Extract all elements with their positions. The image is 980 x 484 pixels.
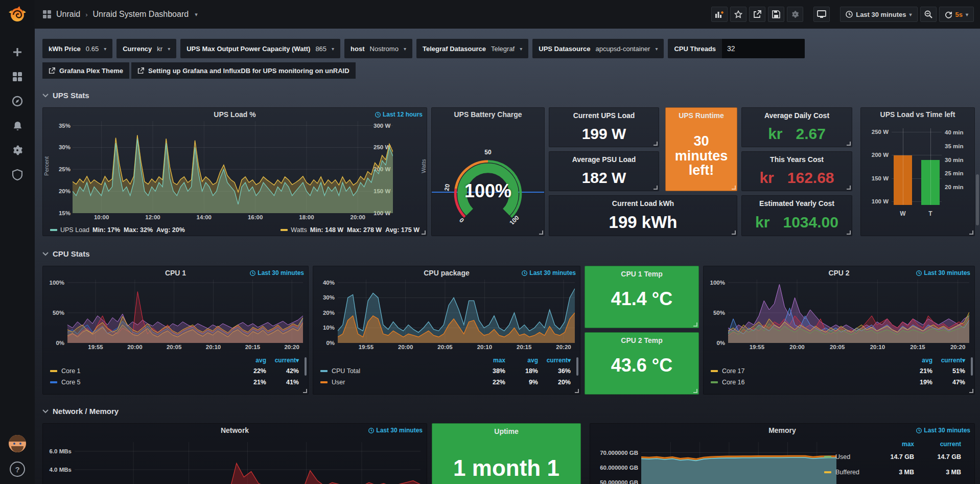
- stat-title[interactable]: CPU 2 Temp: [585, 336, 698, 344]
- panel-title[interactable]: UPS Battery Charge: [454, 110, 522, 119]
- legend-sort-header[interactable]: max: [867, 441, 914, 448]
- legend-sort-header[interactable]: current▾: [266, 357, 299, 364]
- cpu-threads-input[interactable]: [722, 39, 805, 58]
- variable-value[interactable]: Telegraf: [491, 45, 515, 53]
- cpu2-chart[interactable]: [728, 280, 969, 343]
- star-button[interactable]: [730, 7, 746, 22]
- network-chart[interactable]: [75, 442, 421, 484]
- add-panel-button[interactable]: [711, 7, 728, 22]
- variable-value[interactable]: apcupsd-container: [595, 45, 650, 53]
- cpu2-x-axis: 19:5520:0020:0520:1020:1520:20: [728, 344, 969, 352]
- section-header-cpu[interactable]: CPU Stats: [42, 249, 90, 258]
- section-header-netmem[interactable]: Network / Memory: [42, 407, 119, 416]
- stat-title[interactable]: Average Daily Cost: [742, 111, 852, 120]
- title-caret-icon[interactable]: ▾: [195, 11, 198, 18]
- save-button[interactable]: [768, 7, 784, 22]
- dashboard-settings-gear-icon[interactable]: [787, 7, 803, 22]
- tv-mode-button[interactable]: [813, 7, 830, 22]
- stat-title[interactable]: CPU 1 Temp: [585, 270, 698, 278]
- panel-title[interactable]: CPU 1: [165, 269, 186, 277]
- legend-item[interactable]: Watts Min: 148 W Max: 278 W Avg: 175 W: [281, 226, 419, 234]
- share-button[interactable]: [749, 7, 765, 22]
- stat-title[interactable]: Estimated Yearly Cost: [742, 199, 852, 208]
- external-link-icon: [49, 67, 55, 74]
- dashboard-link[interactable]: Setting up Grafana and InfluxDB for UPS …: [131, 62, 356, 79]
- legend-row[interactable]: Core 16 19%47%: [704, 377, 974, 388]
- legend-row[interactable]: Core 5 21%41%: [43, 377, 308, 388]
- panel-timerange[interactable]: Last 12 hours: [375, 111, 423, 118]
- panel-cpu1-graph: CPU 1 Last 30 minutes 100%50%0% 19:5520:…: [42, 266, 309, 395]
- legend-sort-header[interactable]: current: [914, 441, 961, 448]
- ups-bar-chart[interactable]: [892, 128, 942, 205]
- stat-title[interactable]: This Years Cost: [742, 155, 852, 164]
- panel-cpu1-temp: CPU 1 Temp 41.4 °C: [585, 266, 699, 328]
- zoom-out-button[interactable]: [920, 7, 937, 22]
- variable-value[interactable]: Nostromo: [370, 45, 399, 53]
- page-scrollbar[interactable]: [976, 174, 979, 225]
- legend-row[interactable]: Buffered 3 MB3 MB: [817, 465, 970, 480]
- admin-shield-icon[interactable]: [11, 169, 24, 181]
- dashboard-link[interactable]: Grafana Plex Theme: [42, 62, 129, 79]
- page-title[interactable]: Unraid System Dashboard: [92, 10, 189, 19]
- panel-title[interactable]: UPS Load %: [214, 110, 255, 119]
- legend-row[interactable]: Used 14.7 GB14.7 GB: [817, 449, 970, 465]
- panel-timerange[interactable]: Last 30 minutes: [368, 427, 423, 434]
- refresh-button[interactable]: 5s ▾: [939, 7, 974, 22]
- cpu-package-y-axis: 40%30%20%10%0%: [317, 280, 335, 343]
- external-link-icon: [137, 67, 144, 74]
- stat-title[interactable]: Current UPS Load: [549, 111, 659, 120]
- panel-title[interactable]: Memory: [768, 426, 796, 434]
- cpu-package-chart[interactable]: [338, 280, 575, 343]
- time-range-picker[interactable]: Last 30 minutes ▾: [840, 7, 917, 22]
- memory-chart[interactable]: [641, 442, 836, 484]
- legend-sort-header[interactable]: avg: [900, 357, 932, 364]
- panel-title[interactable]: Network: [221, 426, 249, 434]
- stat-title[interactable]: Uptime: [432, 427, 580, 435]
- stat-value: 199 kWh: [609, 214, 678, 232]
- panel-title[interactable]: UPS Load vs Time left: [880, 110, 955, 119]
- legend-row[interactable]: Core 17 21%51%: [704, 365, 974, 377]
- panel-timerange[interactable]: Last 30 minutes: [250, 269, 304, 276]
- panel-timerange[interactable]: Last 30 minutes: [916, 269, 970, 276]
- stat-title[interactable]: Average PSU Load: [549, 155, 659, 164]
- legend-sort-header[interactable]: current▾: [538, 357, 571, 364]
- variable-dropdown[interactable]: UPS Datasource apcupsd-container ▾: [532, 39, 664, 58]
- variable-dropdown[interactable]: Currency kr ▾: [116, 39, 176, 58]
- variable-dropdown[interactable]: host Nostromo ▾: [344, 39, 412, 58]
- legend-sort-header[interactable]: max: [473, 357, 505, 364]
- legend-row[interactable]: CPU Total 38%18%36%: [313, 365, 580, 377]
- panel-timerange[interactable]: Last 30 minutes: [522, 269, 576, 276]
- alerting-bell-icon[interactable]: [11, 120, 24, 132]
- variable-dropdown[interactable]: UPS Max Output Power Capacity (Watt) 865…: [180, 39, 340, 58]
- panel-title[interactable]: CPU 2: [828, 269, 849, 277]
- grafana-logo-icon[interactable]: [7, 4, 28, 25]
- legend-scrollbar[interactable]: [971, 357, 973, 376]
- configuration-gear-icon[interactable]: [11, 144, 24, 156]
- create-plus-icon[interactable]: [11, 46, 24, 58]
- user-avatar[interactable]: [9, 435, 26, 452]
- variable-dropdown[interactable]: kWh Price 0.65 ▾: [42, 39, 112, 58]
- variable-value[interactable]: 865: [315, 45, 326, 53]
- help-icon[interactable]: ?: [10, 462, 25, 477]
- ups-load-chart[interactable]: [73, 121, 393, 213]
- variable-value[interactable]: 0.65: [86, 45, 99, 53]
- stat-title[interactable]: Current Load kWh: [549, 199, 737, 208]
- panel-timerange[interactable]: Last 30 minutes: [916, 427, 970, 434]
- dashboards-icon[interactable]: [11, 71, 24, 83]
- legend-item[interactable]: UPS Load Min: 17% Max: 32% Avg: 20%: [50, 226, 185, 234]
- legend-row[interactable]: Core 1 22%42%: [43, 365, 308, 377]
- variable-value[interactable]: kr: [157, 45, 162, 53]
- legend-sort-header[interactable]: current▾: [932, 357, 965, 364]
- variable-dropdown[interactable]: Telegraf Datasource Telegraf ▾: [416, 39, 528, 58]
- panel-title[interactable]: CPU package: [424, 269, 469, 277]
- stat-title[interactable]: UPS Runtime: [666, 111, 737, 120]
- section-header-ups[interactable]: UPS Stats: [42, 91, 89, 100]
- cpu1-chart[interactable]: [67, 280, 303, 343]
- explore-compass-icon[interactable]: [11, 95, 24, 107]
- legend-scrollbar[interactable]: [305, 357, 307, 376]
- legend-row[interactable]: User 22%9%20%: [313, 377, 580, 388]
- legend-sort-header[interactable]: avg: [234, 357, 266, 364]
- legend-scrollbar[interactable]: [576, 357, 578, 376]
- breadcrumb-folder[interactable]: Unraid: [56, 10, 80, 19]
- legend-sort-header[interactable]: avg: [505, 357, 538, 364]
